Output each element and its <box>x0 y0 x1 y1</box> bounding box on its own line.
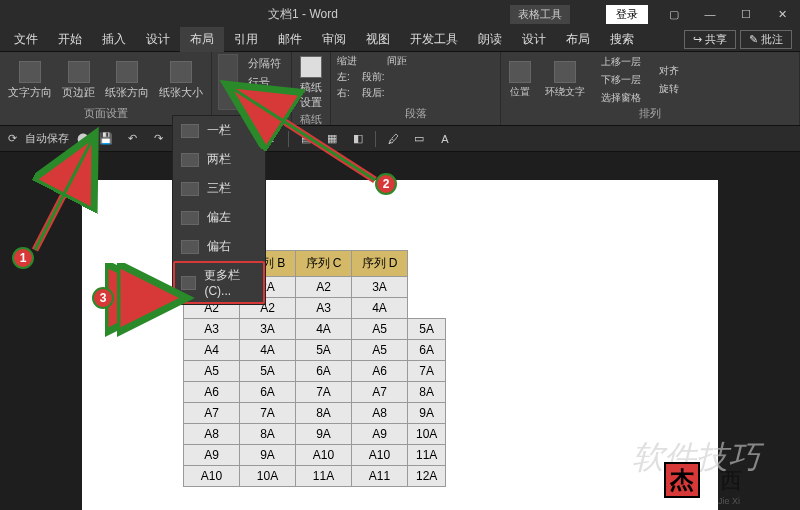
columns-option-偏左[interactable]: 偏左 <box>173 203 265 232</box>
ribbon-tabs: 文件开始插入设计布局引用邮件审阅视图开发工具朗读设计布局搜索 ↪ 共享 ✎ 批注 <box>0 28 800 52</box>
tab-设计[interactable]: 设计 <box>512 27 556 52</box>
selection-pane-button[interactable]: 选择窗格 <box>597 90 645 106</box>
columns-option-一栏[interactable]: 一栏 <box>173 116 265 145</box>
align-button[interactable]: 对齐 <box>655 63 683 79</box>
table-row: A66A7AA78A <box>184 382 446 403</box>
纸张大小-button[interactable]: 纸张大小 <box>157 59 205 102</box>
comment-button[interactable]: ✎ 批注 <box>740 30 792 49</box>
断字-button[interactable]: 断字 <box>244 93 285 110</box>
table-row: A1010A11AA1112A <box>184 466 446 487</box>
tab-朗读[interactable]: 朗读 <box>468 27 512 52</box>
ribbon-opts-icon[interactable]: ▢ <box>656 8 692 21</box>
watermark-logo: 杰 <box>664 462 700 498</box>
columns-button[interactable] <box>218 54 238 110</box>
tab-开始[interactable]: 开始 <box>48 27 92 52</box>
maximize-icon[interactable]: ☐ <box>728 8 764 21</box>
share-button[interactable]: ↪ 共享 <box>684 30 736 49</box>
columns-option-三栏[interactable]: 三栏 <box>173 174 265 203</box>
ribbon: 文字方向页边距纸张方向纸张大小 页面设置 分隔符行号断字 稿纸 设置 稿纸 缩进… <box>0 52 800 126</box>
tab-文件[interactable]: 文件 <box>4 27 48 52</box>
table-header: 序列 C <box>296 251 352 277</box>
position-button[interactable]: 位置 <box>507 59 533 101</box>
save-icon[interactable]: 💾 <box>97 131 115 147</box>
group-paragraph: 缩进间距 左:段前: 右:段后: 段落 <box>331 52 501 125</box>
分隔符-button[interactable]: 分隔符 <box>244 55 285 72</box>
annotation-marker-2: 2 <box>375 173 397 195</box>
table-row: A44A5AA56A <box>184 340 446 361</box>
tab-搜索[interactable]: 搜索 <box>600 27 644 52</box>
tab-布局[interactable]: 布局 <box>180 27 224 52</box>
tab-布局[interactable]: 布局 <box>556 27 600 52</box>
wrap-button[interactable]: 环绕文字 <box>543 59 587 101</box>
window-controls: ▢ — ☐ ✕ <box>656 8 800 21</box>
columns-dropdown: 一栏两栏三栏偏左偏右 更多栏(C)... <box>172 115 266 305</box>
login-button[interactable]: 登录 <box>606 5 648 24</box>
table-row: A99AA10A1011A <box>184 445 446 466</box>
paper-settings-button[interactable]: 稿纸 设置 <box>298 54 324 112</box>
columns-option-偏右[interactable]: 偏右 <box>173 232 265 261</box>
watermark-cn: 西 <box>720 466 742 496</box>
tab-邮件[interactable]: 邮件 <box>268 27 312 52</box>
tab-开发工具[interactable]: 开发工具 <box>400 27 468 52</box>
纸张方向-button[interactable]: 纸张方向 <box>103 59 151 102</box>
more-columns-item[interactable]: 更多栏(C)... <box>173 261 265 304</box>
rotate-button[interactable]: 旋转 <box>655 81 683 97</box>
行号-button[interactable]: 行号 <box>244 74 285 91</box>
table-tools-label: 表格工具 <box>510 5 570 24</box>
tab-审阅[interactable]: 审阅 <box>312 27 356 52</box>
quick-access-toolbar: ⟳ 自动保存 ⬤ 💾 ↶ ↷ ≡≡≡≡ ▤▦◧ 🖊▭A <box>0 126 800 152</box>
watermark-pinyin: Jie Xi <box>718 496 740 506</box>
up-layer-button[interactable]: 上移一层 <box>597 54 645 70</box>
redo-icon[interactable]: ↷ <box>149 131 167 147</box>
tab-设计[interactable]: 设计 <box>136 27 180 52</box>
table-header: 序列 D <box>352 251 408 277</box>
annotation-marker-1: 1 <box>12 247 34 269</box>
tab-插入[interactable]: 插入 <box>92 27 136 52</box>
more-columns-icon <box>181 276 196 290</box>
tab-引用[interactable]: 引用 <box>224 27 268 52</box>
titlebar: 文档1 - Word 表格工具 登录 ▢ — ☐ ✕ <box>0 0 800 28</box>
minimize-icon[interactable]: — <box>692 8 728 21</box>
autosave-toggle[interactable]: 自动保存 <box>25 131 69 146</box>
annotation-marker-3: 3 <box>92 287 114 309</box>
undo-icon[interactable]: ↶ <box>123 131 141 147</box>
文字方向-button[interactable]: 文字方向 <box>6 59 54 102</box>
group-paper: 稿纸 设置 稿纸 <box>292 52 331 125</box>
table-row: A33A4AA55A <box>184 319 446 340</box>
columns-option-两栏[interactable]: 两栏 <box>173 145 265 174</box>
table-row: A55A6AA67A <box>184 361 446 382</box>
close-icon[interactable]: ✕ <box>764 8 800 21</box>
down-layer-button[interactable]: 下移一层 <box>597 72 645 88</box>
页边距-button[interactable]: 页边距 <box>60 59 97 102</box>
table-row: A77A8AA89A <box>184 403 446 424</box>
tab-视图[interactable]: 视图 <box>356 27 400 52</box>
group-arrange: 位置 环绕文字 上移一层 下移一层 选择窗格 对齐 旋转 排列 <box>501 52 800 125</box>
table-row: A88A9AA910A <box>184 424 446 445</box>
